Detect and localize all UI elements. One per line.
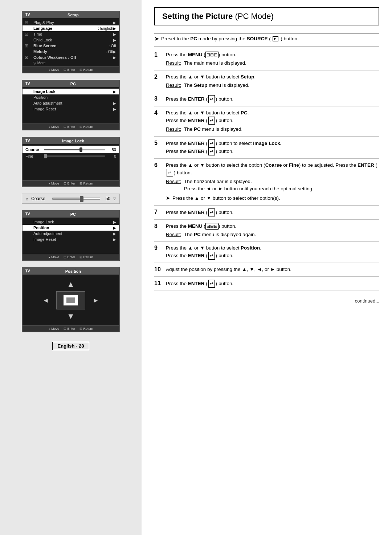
top-divider	[154, 33, 379, 34]
coarse-arrows-down: ▽	[113, 197, 116, 200]
standalone-bar-thumb	[80, 196, 83, 202]
pos-left-icon: ◄	[42, 297, 49, 304]
step-content-6: Press the ▲ or ▼ button to select the op…	[166, 162, 379, 202]
page-title: Setting the Picture (PC Mode)	[154, 7, 379, 25]
setup-row-childlock: Child Lock ▶	[23, 37, 119, 43]
step-content-8: Press the MENU (⊟⊟⊟) button. Result: The…	[166, 223, 379, 239]
step6-sub-note: ➤ Press the ▲ or ▼ button to select othe…	[166, 195, 379, 202]
screen-imagelock-header: TV Image Lock	[23, 138, 119, 144]
right-column: Setting the Picture (PC Mode) ➤ Preset t…	[142, 0, 392, 535]
enter-icon-5b: ↵	[208, 147, 215, 155]
screen-position-title: Position	[65, 269, 81, 273]
screen3-footer: ⬧ Move ⊡ Enter ⊞ Return	[23, 180, 119, 186]
step-content-5: Press the ENTER (↵) button to select Ima…	[166, 139, 379, 155]
step4-result: Result: The PC menu is displayed.	[166, 126, 379, 133]
step-9: 9 Press the ▲ or ▼ button to select Posi…	[154, 242, 379, 263]
coarse-thumb	[79, 147, 82, 152]
step-num-2: 2	[154, 73, 162, 80]
screen-pc1-title: PC	[70, 82, 76, 86]
screen-pc2-body: Image Lock ▶ Position ▶ Auto adjustment …	[23, 218, 119, 254]
screen4-footer: ⬧ Move ⊡ Enter ⊞ Return	[23, 254, 119, 260]
standalone-coarse-label: Coarse	[31, 196, 49, 201]
pos-screen	[56, 291, 85, 309]
pc1-row-position: Position	[23, 94, 119, 100]
enter-icon-3: ↵	[208, 95, 215, 103]
step-6: 6 Press the ▲ or ▼ button to select the …	[154, 159, 379, 206]
step-num-11: 11	[154, 280, 162, 287]
coarse-fill	[44, 149, 81, 150]
setup-row-colour: ⊠ Colour Weakness : Off ▶	[23, 54, 119, 60]
step-3: 3 Press the ENTER (↵) button.	[154, 92, 379, 106]
step-content-9: Press the ▲ or ▼ button to select Positi…	[166, 244, 379, 260]
step-num-6: 6	[154, 162, 162, 169]
step-num-9: 9	[154, 244, 162, 251]
standalone-bar-track	[52, 198, 100, 200]
fine-thumb	[44, 154, 47, 158]
step-num-1: 1	[154, 51, 162, 58]
step-5: 5 Press the ENTER (↵) button to select I…	[154, 137, 379, 159]
setup-row-melody: Melody : Off ▶	[23, 49, 119, 54]
coarse-value: 50	[109, 147, 116, 152]
setup-row-bluescreen: ⊞ Blue Screen : Off	[23, 43, 119, 49]
pos-right-icon: ►	[93, 297, 99, 304]
pos-up-icon: ▲	[67, 280, 75, 289]
standalone-bar-fill	[53, 198, 81, 199]
step-content-2: Press the ▲ or ▼ button to select Setup.…	[166, 73, 379, 89]
pos-middle-row: ◄ ►	[26, 291, 115, 309]
tv-label-1: TV	[25, 13, 30, 17]
pos-down-icon: ▼	[67, 312, 75, 321]
bottom-label-row: English - 28	[7, 339, 134, 350]
standalone-coarse-bar: △ Coarse 50 ▽	[22, 194, 120, 204]
page: TV Setup ⊟ Plug & Play ▶ Language : Engl…	[0, 0, 392, 535]
plug-icon: ⊟	[25, 20, 28, 25]
step6-result: Result: The horizontal bar is displayed.…	[166, 178, 379, 193]
step-content-10: Adjust the position by pressing the ▲, ▼…	[166, 266, 379, 273]
enter-icon-6: ↵	[167, 169, 173, 177]
step1-result: Result: The main menu is displayed.	[166, 60, 379, 67]
step-content-7: Press the ENTER (↵) button.	[166, 208, 379, 216]
enter-icon-9: ↵	[208, 252, 215, 260]
step-content-11: Press the ENTER (↵) button.	[166, 280, 379, 288]
pc2-row-position: Position ▶	[23, 225, 119, 231]
step-content-4: Press the ▲ or ▼ button to select PC. Pr…	[166, 109, 379, 133]
step-num-8: 8	[154, 223, 162, 230]
setup-row-plug: ⊟ Plug & Play ▶	[23, 20, 119, 25]
step-num-4: 4	[154, 109, 162, 116]
colour-icon: ⊠	[25, 55, 28, 60]
step-1: 1 Press the MENU (⊟⊟⊟) button. Result: T…	[154, 48, 379, 70]
pc2-row-auto: Auto adjustment ▶	[23, 231, 119, 236]
setup-row-more: ▽ More	[23, 60, 119, 66]
divider-after-preset	[154, 46, 379, 47]
screen-pc2-header: TV PC	[23, 211, 119, 218]
enter-icon-7: ↵	[208, 208, 215, 216]
screen-setup: TV Setup ⊟ Plug & Play ▶ Language : Engl…	[22, 11, 120, 73]
screen1-footer: ⬧ Move ⊡ Enter ⊞ Return	[23, 66, 119, 73]
pc1-row-reset: Image Reset ▶	[23, 106, 119, 112]
enter-icon-11: ↵	[208, 280, 215, 288]
english-label: English - 28	[52, 342, 90, 350]
continued-text: continued...	[154, 298, 379, 304]
screen-setup-body: ⊟ Plug & Play ▶ Language : English ▶ ⊡ T…	[23, 18, 119, 66]
screen-position: TV Position ▲ ◄ ►	[22, 267, 120, 332]
step-num-5: 5	[154, 139, 162, 146]
screen-pc-2: TV PC Image Lock ▶ Position ▶ Auto adjus…	[22, 210, 120, 261]
left-column: TV Setup ⊟ Plug & Play ▶ Language : Engl…	[0, 0, 142, 535]
step8-result: Result: The PC menu is displayed again.	[166, 231, 379, 238]
screen2-footer: ⬧ Move ⊡ Enter ⊞ Return	[23, 123, 119, 130]
source-icon	[273, 36, 278, 41]
blue-icon: ⊞	[25, 43, 28, 48]
step-num-10: 10	[154, 266, 162, 273]
fine-value: 0	[109, 154, 116, 158]
position-controls: ▲ ◄ ► ▼	[23, 276, 119, 325]
fine-track	[44, 155, 105, 157]
imagelock-coarse-row: Coarse 50	[23, 146, 119, 153]
step-2: 2 Press the ▲ or ▼ button to select Setu…	[154, 70, 379, 93]
setup-row-language: Language : English ▶	[23, 25, 119, 31]
screen-pc1-body: Image Lock ▶ Position Auto adjustment ▶ …	[23, 87, 119, 123]
screen-setup-title: Setup	[68, 13, 79, 17]
pc2-row-reset: Image Reset ▶	[23, 236, 119, 242]
step-num-7: 7	[154, 208, 162, 215]
screen-imagelock-body: Coarse 50 Fine 0	[23, 144, 119, 180]
pc1-row-imagelock: Image Lock ▶	[23, 89, 119, 94]
step2-result: Result: The Setup menu is displayed.	[166, 82, 379, 89]
